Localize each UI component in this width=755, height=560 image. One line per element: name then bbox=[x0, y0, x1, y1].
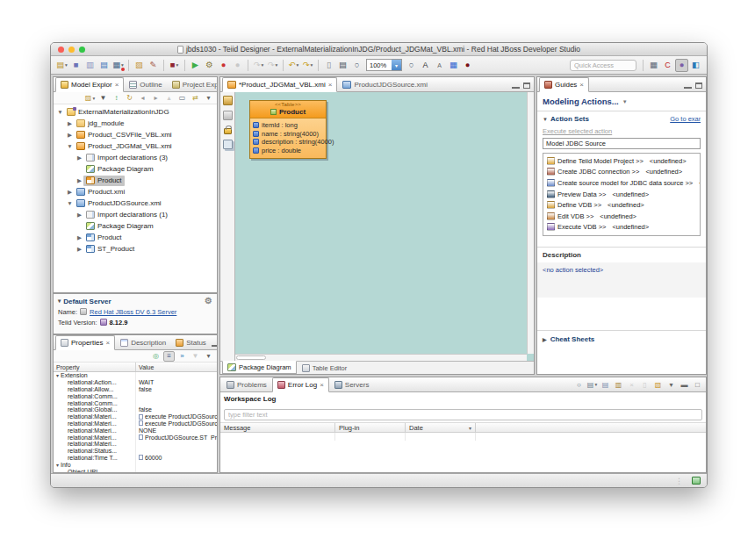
property-row[interactable]: relational:Comm... bbox=[54, 399, 217, 406]
clone-diagram-icon[interactable] bbox=[223, 140, 233, 149]
zoom-window-button[interactable] bbox=[79, 47, 85, 53]
step-over-icon[interactable]: ↷▾ bbox=[266, 59, 279, 72]
back-icon[interactable]: ◂ bbox=[137, 93, 148, 104]
diagram-canvas[interactable]: <<Table>> Product itemId : longname : st… bbox=[235, 92, 534, 361]
tree-item[interactable]: ▶Import declarations (1) bbox=[54, 209, 217, 220]
twisty-icon[interactable]: ▼ bbox=[66, 143, 74, 149]
close-icon[interactable]: × bbox=[579, 82, 584, 89]
column-property[interactable]: Property bbox=[54, 363, 136, 371]
twisty-icon[interactable]: ▾ bbox=[56, 372, 59, 378]
filter-properties-icon[interactable]: ▼ bbox=[190, 351, 201, 362]
debug-icon[interactable]: ⚙ bbox=[203, 59, 216, 72]
table-node-product[interactable]: <<Table>> Product itemId : longname : st… bbox=[249, 100, 327, 159]
tab-project-explorer[interactable]: Project Expl bbox=[168, 78, 218, 91]
new-model-icon[interactable]: ▨▾ bbox=[84, 93, 96, 104]
workspace-case-icon[interactable]: ■▾ bbox=[168, 59, 181, 72]
cheat-sheets-section[interactable]: ▶ Cheat Sheets bbox=[537, 330, 706, 348]
import-log-icon[interactable]: ▥ bbox=[613, 379, 624, 390]
tree-item[interactable]: Package Diagram bbox=[54, 220, 217, 232]
minimize-view-icon[interactable] bbox=[512, 83, 520, 89]
open-log-icon[interactable]: ▧ bbox=[652, 379, 664, 390]
note-icon[interactable] bbox=[223, 111, 233, 120]
table-attribute[interactable]: name : string(4000) bbox=[253, 130, 323, 139]
table-attribute[interactable]: price : double bbox=[253, 147, 323, 155]
filter-input[interactable] bbox=[224, 409, 702, 420]
tab-guides[interactable]: Guides × bbox=[539, 77, 589, 92]
delete-log-icon[interactable]: ▯ bbox=[639, 379, 651, 390]
property-row[interactable]: relational:Allow...false bbox=[54, 386, 217, 393]
twisty-icon[interactable]: ▶ bbox=[66, 189, 74, 196]
marker-icon[interactable]: ✎ bbox=[147, 59, 160, 72]
action-item[interactable]: Define VDB >><undefined> bbox=[543, 199, 700, 211]
clear-log-icon[interactable]: × bbox=[626, 379, 637, 390]
column-value[interactable]: Value bbox=[136, 363, 156, 371]
tab-problems[interactable]: Problems bbox=[222, 378, 271, 391]
tab-description[interactable]: Description bbox=[116, 336, 170, 349]
export-log-icon[interactable]: ▤ bbox=[600, 379, 611, 390]
column-date[interactable]: Date▾ bbox=[406, 423, 476, 432]
close-icon[interactable]: × bbox=[320, 382, 324, 389]
tab-servers[interactable]: Servers bbox=[330, 378, 374, 391]
property-row[interactable]: relational:Action...WAIT bbox=[54, 379, 217, 386]
quick-access-input[interactable] bbox=[570, 60, 636, 71]
subtab-table-editor[interactable]: Table Editor bbox=[298, 362, 352, 374]
property-row[interactable]: relational:Status... bbox=[54, 448, 217, 455]
action-item[interactable]: Execute VDB >><undefined> bbox=[543, 222, 700, 233]
column-message[interactable]: Message bbox=[220, 423, 335, 432]
property-row[interactable]: relational:Comm... bbox=[54, 392, 217, 399]
server-link[interactable]: Red Hat JBoss DV 6.3 Server bbox=[90, 308, 176, 316]
minimize-view-icon[interactable] bbox=[684, 83, 692, 89]
font-increase-icon[interactable]: A bbox=[419, 59, 432, 72]
link-editor-icon[interactable]: ⇄ bbox=[190, 93, 201, 104]
twisty-icon[interactable]: ▶ bbox=[76, 234, 83, 241]
property-row[interactable]: relational:Materi... bbox=[54, 441, 217, 448]
tab-status[interactable]: Status bbox=[171, 336, 211, 349]
zoom-in-icon[interactable]: ○ bbox=[405, 59, 418, 72]
step-into-icon[interactable]: ↷▾ bbox=[252, 59, 265, 72]
modeling-actions-title[interactable]: Modeling Actions... ▼ bbox=[543, 97, 701, 106]
lock-icon[interactable] bbox=[224, 128, 232, 134]
twisty-icon[interactable]: ▶ bbox=[76, 177, 83, 184]
editor-tab-product-jdgmat[interactable]: *Product_JDGMat_VBL.xmi × bbox=[222, 77, 337, 92]
tree-item[interactable]: ▶ST_Product bbox=[54, 243, 217, 255]
metamodel-grid-icon[interactable]: ▦ bbox=[447, 59, 460, 72]
zoom-level-combo[interactable]: 100%▾ bbox=[366, 59, 402, 71]
tree-item[interactable]: ▶Product bbox=[54, 175, 217, 186]
twisty-icon[interactable]: ▶ bbox=[76, 154, 83, 162]
action-set-combo[interactable]: Model JDBC Source bbox=[543, 138, 701, 149]
filter-icon[interactable]: ▼ bbox=[97, 93, 109, 104]
property-row[interactable]: ▾Info bbox=[54, 461, 217, 468]
tab-error-log[interactable]: Error Log × bbox=[272, 377, 329, 392]
minimize-window-button[interactable] bbox=[68, 47, 75, 53]
tree-item[interactable]: ▶Product_CSVFile_VBL.xmi bbox=[54, 129, 217, 140]
jboss-perspective-icon[interactable]: C bbox=[661, 59, 674, 72]
new-wizard-icon[interactable]: ▤▾ bbox=[55, 59, 68, 72]
zoom-dropdown-button[interactable]: ▾ bbox=[392, 60, 401, 70]
tree-item[interactable]: ▶Product bbox=[54, 232, 217, 243]
tree-item[interactable]: ▶Product.xmi bbox=[54, 186, 217, 197]
filter-menu-icon[interactable]: ▤▾ bbox=[586, 379, 598, 390]
redhat-icon[interactable]: ● bbox=[461, 59, 474, 72]
subtab-package-diagram[interactable]: Package Diagram bbox=[222, 361, 297, 374]
datasource-icon[interactable]: ▦▾ bbox=[111, 59, 125, 72]
search-log-icon[interactable]: ○ bbox=[573, 379, 585, 390]
property-row[interactable]: relational:Time T...60000 bbox=[54, 455, 217, 462]
twisty-icon[interactable]: ▼ bbox=[66, 200, 74, 206]
property-row[interactable]: relational:Materi...execute ProductJDGSo… bbox=[54, 413, 217, 420]
console-icon[interactable]: ▤ bbox=[97, 59, 111, 72]
minimize-icon[interactable]: ▬ bbox=[679, 379, 690, 390]
tab-properties[interactable]: Properties × bbox=[55, 335, 115, 350]
back-icon[interactable]: ↶▾ bbox=[287, 59, 300, 72]
action-item[interactable]: Preview Data >><undefined> bbox=[543, 189, 700, 200]
font-decrease-icon[interactable]: A bbox=[433, 59, 446, 72]
action-item[interactable]: Define Teiid Model Project >><undefined> bbox=[543, 155, 700, 167]
zoom-out-icon[interactable]: ○ bbox=[350, 59, 363, 72]
show-advanced-icon[interactable]: » bbox=[176, 351, 188, 362]
vertical-scrollbar[interactable] bbox=[527, 92, 534, 354]
property-row[interactable]: relational:Materi...ProductJDGSource.ST_… bbox=[54, 434, 217, 441]
maximize-view-icon[interactable] bbox=[695, 83, 702, 89]
view-menu-icon[interactable]: ▾ bbox=[203, 351, 214, 362]
forward-icon[interactable]: ▸ bbox=[150, 93, 162, 104]
property-row[interactable]: relational:Materi...NONE bbox=[54, 427, 217, 434]
close-icon[interactable]: × bbox=[105, 340, 110, 347]
